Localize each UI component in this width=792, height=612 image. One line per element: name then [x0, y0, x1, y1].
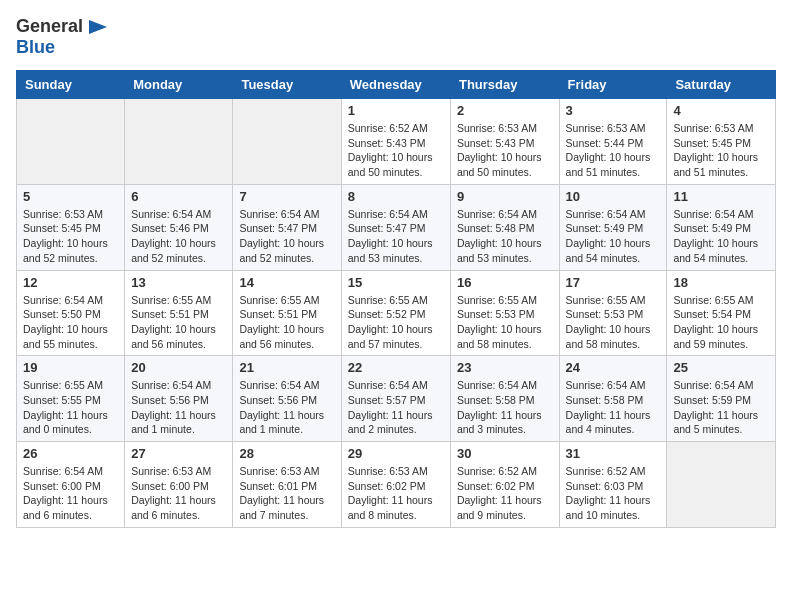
calendar-cell: 12Sunrise: 6:54 AM Sunset: 5:50 PM Dayli… — [17, 270, 125, 356]
day-number: 4 — [673, 103, 769, 118]
day-info: Sunrise: 6:54 AM Sunset: 5:49 PM Dayligh… — [673, 207, 769, 266]
logo-blue-text: Blue — [16, 37, 55, 57]
day-of-week-header: Tuesday — [233, 71, 341, 99]
calendar-cell: 24Sunrise: 6:54 AM Sunset: 5:58 PM Dayli… — [559, 356, 667, 442]
day-info: Sunrise: 6:54 AM Sunset: 5:59 PM Dayligh… — [673, 378, 769, 437]
calendar-cell: 28Sunrise: 6:53 AM Sunset: 6:01 PM Dayli… — [233, 442, 341, 528]
day-number: 21 — [239, 360, 334, 375]
day-info: Sunrise: 6:55 AM Sunset: 5:53 PM Dayligh… — [566, 293, 661, 352]
day-number: 23 — [457, 360, 553, 375]
day-number: 20 — [131, 360, 226, 375]
calendar-cell: 11Sunrise: 6:54 AM Sunset: 5:49 PM Dayli… — [667, 184, 776, 270]
day-number: 19 — [23, 360, 118, 375]
day-number: 5 — [23, 189, 118, 204]
day-info: Sunrise: 6:53 AM Sunset: 5:44 PM Dayligh… — [566, 121, 661, 180]
page-header: General Blue — [16, 16, 776, 58]
calendar-cell — [125, 99, 233, 185]
calendar-cell: 21Sunrise: 6:54 AM Sunset: 5:56 PM Dayli… — [233, 356, 341, 442]
day-number: 25 — [673, 360, 769, 375]
day-info: Sunrise: 6:54 AM Sunset: 5:56 PM Dayligh… — [239, 378, 334, 437]
day-info: Sunrise: 6:53 AM Sunset: 5:43 PM Dayligh… — [457, 121, 553, 180]
day-info: Sunrise: 6:52 AM Sunset: 6:03 PM Dayligh… — [566, 464, 661, 523]
day-info: Sunrise: 6:53 AM Sunset: 5:45 PM Dayligh… — [673, 121, 769, 180]
day-number: 30 — [457, 446, 553, 461]
calendar-cell: 25Sunrise: 6:54 AM Sunset: 5:59 PM Dayli… — [667, 356, 776, 442]
calendar-cell: 29Sunrise: 6:53 AM Sunset: 6:02 PM Dayli… — [341, 442, 450, 528]
day-info: Sunrise: 6:54 AM Sunset: 5:47 PM Dayligh… — [239, 207, 334, 266]
day-number: 12 — [23, 275, 118, 290]
day-info: Sunrise: 6:53 AM Sunset: 5:45 PM Dayligh… — [23, 207, 118, 266]
calendar-cell: 14Sunrise: 6:55 AM Sunset: 5:51 PM Dayli… — [233, 270, 341, 356]
day-info: Sunrise: 6:53 AM Sunset: 6:01 PM Dayligh… — [239, 464, 334, 523]
calendar-header-row: SundayMondayTuesdayWednesdayThursdayFrid… — [17, 71, 776, 99]
calendar-cell: 13Sunrise: 6:55 AM Sunset: 5:51 PM Dayli… — [125, 270, 233, 356]
calendar-cell: 23Sunrise: 6:54 AM Sunset: 5:58 PM Dayli… — [450, 356, 559, 442]
day-number: 8 — [348, 189, 444, 204]
day-number: 16 — [457, 275, 553, 290]
day-number: 14 — [239, 275, 334, 290]
calendar-table: SundayMondayTuesdayWednesdayThursdayFrid… — [16, 70, 776, 528]
calendar-cell: 15Sunrise: 6:55 AM Sunset: 5:52 PM Dayli… — [341, 270, 450, 356]
day-of-week-header: Friday — [559, 71, 667, 99]
day-info: Sunrise: 6:54 AM Sunset: 5:47 PM Dayligh… — [348, 207, 444, 266]
day-info: Sunrise: 6:55 AM Sunset: 5:54 PM Dayligh… — [673, 293, 769, 352]
day-number: 3 — [566, 103, 661, 118]
calendar-cell: 4Sunrise: 6:53 AM Sunset: 5:45 PM Daylig… — [667, 99, 776, 185]
day-info: Sunrise: 6:53 AM Sunset: 6:02 PM Dayligh… — [348, 464, 444, 523]
calendar-week-row: 26Sunrise: 6:54 AM Sunset: 6:00 PM Dayli… — [17, 442, 776, 528]
calendar-cell: 8Sunrise: 6:54 AM Sunset: 5:47 PM Daylig… — [341, 184, 450, 270]
calendar-cell: 19Sunrise: 6:55 AM Sunset: 5:55 PM Dayli… — [17, 356, 125, 442]
calendar-week-row: 19Sunrise: 6:55 AM Sunset: 5:55 PM Dayli… — [17, 356, 776, 442]
day-of-week-header: Wednesday — [341, 71, 450, 99]
calendar-cell: 3Sunrise: 6:53 AM Sunset: 5:44 PM Daylig… — [559, 99, 667, 185]
calendar-cell: 27Sunrise: 6:53 AM Sunset: 6:00 PM Dayli… — [125, 442, 233, 528]
day-of-week-header: Thursday — [450, 71, 559, 99]
calendar-cell: 20Sunrise: 6:54 AM Sunset: 5:56 PM Dayli… — [125, 356, 233, 442]
day-number: 11 — [673, 189, 769, 204]
day-number: 7 — [239, 189, 334, 204]
day-info: Sunrise: 6:54 AM Sunset: 5:56 PM Dayligh… — [131, 378, 226, 437]
svg-marker-0 — [89, 20, 107, 34]
day-of-week-header: Monday — [125, 71, 233, 99]
day-number: 18 — [673, 275, 769, 290]
day-number: 10 — [566, 189, 661, 204]
calendar-cell: 7Sunrise: 6:54 AM Sunset: 5:47 PM Daylig… — [233, 184, 341, 270]
day-info: Sunrise: 6:55 AM Sunset: 5:51 PM Dayligh… — [239, 293, 334, 352]
logo-general-text: General — [16, 16, 83, 37]
day-info: Sunrise: 6:55 AM Sunset: 5:55 PM Dayligh… — [23, 378, 118, 437]
calendar-cell: 2Sunrise: 6:53 AM Sunset: 5:43 PM Daylig… — [450, 99, 559, 185]
day-number: 15 — [348, 275, 444, 290]
day-info: Sunrise: 6:52 AM Sunset: 6:02 PM Dayligh… — [457, 464, 553, 523]
calendar-cell: 17Sunrise: 6:55 AM Sunset: 5:53 PM Dayli… — [559, 270, 667, 356]
day-info: Sunrise: 6:54 AM Sunset: 5:49 PM Dayligh… — [566, 207, 661, 266]
day-info: Sunrise: 6:53 AM Sunset: 6:00 PM Dayligh… — [131, 464, 226, 523]
day-info: Sunrise: 6:54 AM Sunset: 5:58 PM Dayligh… — [566, 378, 661, 437]
calendar-cell — [667, 442, 776, 528]
logo: General Blue — [16, 16, 109, 58]
day-info: Sunrise: 6:52 AM Sunset: 5:43 PM Dayligh… — [348, 121, 444, 180]
day-info: Sunrise: 6:54 AM Sunset: 5:48 PM Dayligh… — [457, 207, 553, 266]
calendar-cell: 31Sunrise: 6:52 AM Sunset: 6:03 PM Dayli… — [559, 442, 667, 528]
day-number: 28 — [239, 446, 334, 461]
day-info: Sunrise: 6:55 AM Sunset: 5:51 PM Dayligh… — [131, 293, 226, 352]
calendar-cell: 22Sunrise: 6:54 AM Sunset: 5:57 PM Dayli… — [341, 356, 450, 442]
calendar-cell: 9Sunrise: 6:54 AM Sunset: 5:48 PM Daylig… — [450, 184, 559, 270]
calendar-cell — [17, 99, 125, 185]
day-number: 31 — [566, 446, 661, 461]
day-number: 17 — [566, 275, 661, 290]
day-number: 27 — [131, 446, 226, 461]
calendar-cell: 10Sunrise: 6:54 AM Sunset: 5:49 PM Dayli… — [559, 184, 667, 270]
day-info: Sunrise: 6:55 AM Sunset: 5:53 PM Dayligh… — [457, 293, 553, 352]
day-number: 22 — [348, 360, 444, 375]
day-of-week-header: Sunday — [17, 71, 125, 99]
day-number: 6 — [131, 189, 226, 204]
calendar-cell — [233, 99, 341, 185]
day-info: Sunrise: 6:55 AM Sunset: 5:52 PM Dayligh… — [348, 293, 444, 352]
day-number: 26 — [23, 446, 118, 461]
day-info: Sunrise: 6:54 AM Sunset: 5:46 PM Dayligh… — [131, 207, 226, 266]
calendar-cell: 16Sunrise: 6:55 AM Sunset: 5:53 PM Dayli… — [450, 270, 559, 356]
calendar-cell: 26Sunrise: 6:54 AM Sunset: 6:00 PM Dayli… — [17, 442, 125, 528]
day-info: Sunrise: 6:54 AM Sunset: 5:57 PM Dayligh… — [348, 378, 444, 437]
calendar-cell: 30Sunrise: 6:52 AM Sunset: 6:02 PM Dayli… — [450, 442, 559, 528]
day-number: 24 — [566, 360, 661, 375]
